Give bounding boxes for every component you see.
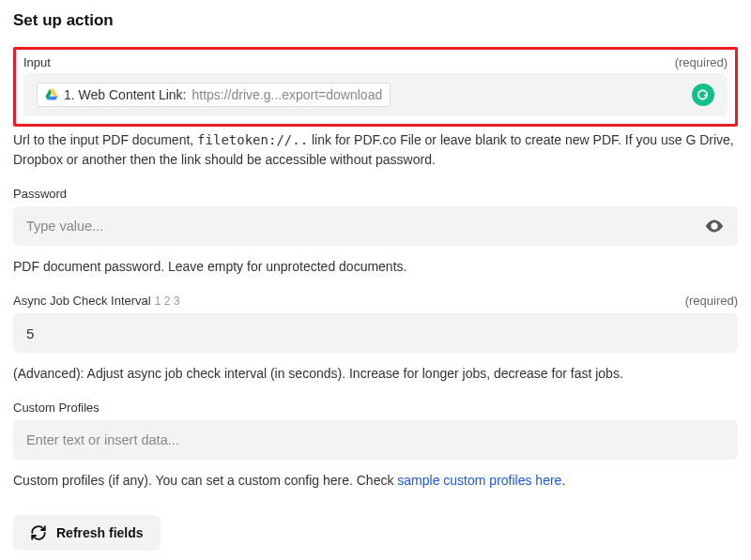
async-steps: 1 2 3 <box>155 295 180 308</box>
input-pill-value: https://drive.g...export=download <box>192 87 382 102</box>
password-field-group: Password Type value... <box>13 187 738 246</box>
input-pill-label: 1. Web Content Link: <box>64 87 186 102</box>
password-help-text: PDF document password. Leave empty for u… <box>13 257 738 277</box>
async-value: 5 <box>26 325 34 341</box>
async-label: Async Job Check Interval1 2 3 <box>13 294 179 308</box>
eye-icon[interactable] <box>704 216 725 236</box>
custom-profiles-input[interactable]: Enter text or insert data... <box>13 420 738 460</box>
page-title: Set up action <box>13 11 738 30</box>
sample-profiles-link[interactable]: sample custom profiles here <box>397 473 561 488</box>
custom-profiles-placeholder: Enter text or insert data... <box>26 432 179 447</box>
input-required-label: (required) <box>675 55 728 69</box>
password-input[interactable]: Type value... <box>13 206 738 246</box>
refresh-fields-button[interactable]: Refresh fields <box>13 515 161 551</box>
async-field-group: Async Job Check Interval1 2 3 (required)… <box>13 294 738 353</box>
refresh-icon <box>30 524 47 541</box>
input-pill[interactable]: 1. Web Content Link: https://drive.g...e… <box>37 83 391 107</box>
custom-profiles-help-text: Custom profiles (if any). You can set a … <box>13 471 738 491</box>
input-help-text: Url to the input PDF document, filetoken… <box>13 130 738 170</box>
custom-profiles-field-group: Custom Profiles Enter text or insert dat… <box>13 401 738 460</box>
input-label: Input <box>23 55 51 69</box>
refresh-fields-label: Refresh fields <box>56 525 144 540</box>
input-field[interactable]: 1. Web Content Link: https://drive.g...e… <box>23 73 728 116</box>
custom-profiles-label: Custom Profiles <box>13 401 100 415</box>
async-help-text: (Advanced): Adjust async job check inter… <box>13 364 738 384</box>
password-label: Password <box>13 187 67 201</box>
async-input[interactable]: 5 <box>13 313 738 353</box>
password-placeholder: Type value... <box>26 219 103 234</box>
gdrive-icon <box>45 89 58 100</box>
grammarly-icon <box>692 83 714 106</box>
input-field-highlight: Input (required) 1. Web Content Link: ht… <box>13 47 738 127</box>
async-required-label: (required) <box>685 294 738 308</box>
svg-point-0 <box>713 224 716 228</box>
